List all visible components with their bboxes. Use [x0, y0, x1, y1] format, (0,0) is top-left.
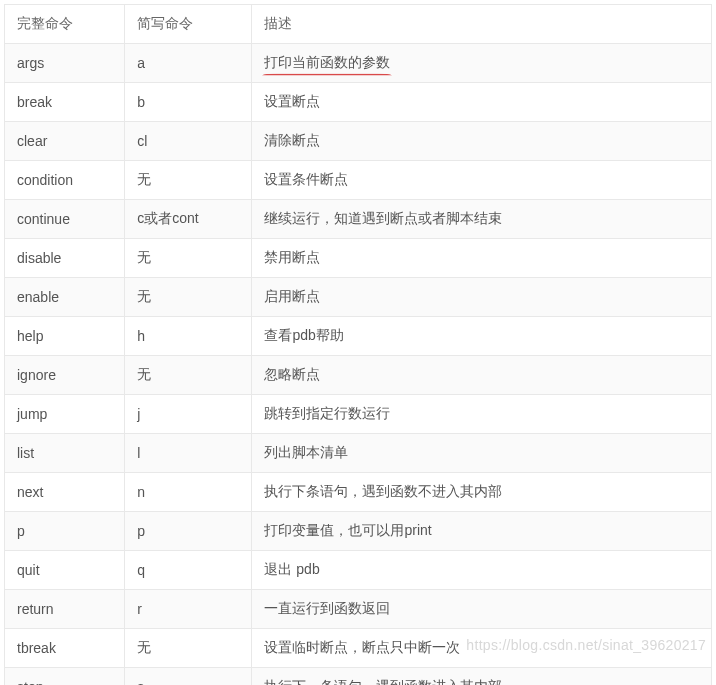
cell-full-command: enable — [5, 278, 125, 317]
cell-short-command: l — [125, 434, 252, 473]
cell-description: 执行下一条语句，遇到函数进入其内部 — [252, 668, 712, 686]
cell-short-command: n — [125, 473, 252, 512]
cell-full-command: help — [5, 317, 125, 356]
cell-full-command: next — [5, 473, 125, 512]
cell-description: 查看pdb帮助 — [252, 317, 712, 356]
cell-description: 设置临时断点，断点只中断一次 — [252, 629, 712, 668]
cell-short-command: s — [125, 668, 252, 686]
cell-short-command: 无 — [125, 161, 252, 200]
cell-full-command: break — [5, 83, 125, 122]
pdb-command-table: 完整命令 简写命令 描述 argsa打印当前函数的参数breakb设置断点cle… — [4, 4, 712, 685]
cell-full-command: step — [5, 668, 125, 686]
cell-full-command: args — [5, 44, 125, 83]
cell-short-command: p — [125, 512, 252, 551]
cell-description: 忽略断点 — [252, 356, 712, 395]
cell-short-command: 无 — [125, 278, 252, 317]
cell-full-command: condition — [5, 161, 125, 200]
table-row: returnr一直运行到函数返回 — [5, 590, 712, 629]
header-description: 描述 — [252, 5, 712, 44]
cell-full-command: jump — [5, 395, 125, 434]
cell-short-command: c或者cont — [125, 200, 252, 239]
cell-description: 清除断点 — [252, 122, 712, 161]
cell-short-command: 无 — [125, 356, 252, 395]
table-row: condition无设置条件断点 — [5, 161, 712, 200]
cell-description: 打印变量值，也可以用print — [252, 512, 712, 551]
cell-short-command: q — [125, 551, 252, 590]
cell-description: 退出 pdb — [252, 551, 712, 590]
cell-short-command: cl — [125, 122, 252, 161]
cell-short-command: 无 — [125, 239, 252, 278]
cell-description: 继续运行，知道遇到断点或者脚本结束 — [252, 200, 712, 239]
cell-description: 启用断点 — [252, 278, 712, 317]
table-row: enable无启用断点 — [5, 278, 712, 317]
cell-description: 设置条件断点 — [252, 161, 712, 200]
cell-full-command: list — [5, 434, 125, 473]
header-row: 完整命令 简写命令 描述 — [5, 5, 712, 44]
table-row: listl列出脚本清单 — [5, 434, 712, 473]
table-row: nextn执行下条语句，遇到函数不进入其内部 — [5, 473, 712, 512]
cell-short-command: 无 — [125, 629, 252, 668]
table-row: argsa打印当前函数的参数 — [5, 44, 712, 83]
cell-short-command: a — [125, 44, 252, 83]
table-row: pp打印变量值，也可以用print — [5, 512, 712, 551]
header-full-command: 完整命令 — [5, 5, 125, 44]
cell-short-command: h — [125, 317, 252, 356]
table-row: quitq退出 pdb — [5, 551, 712, 590]
table-row: continuec或者cont继续运行，知道遇到断点或者脚本结束 — [5, 200, 712, 239]
table-row: helph查看pdb帮助 — [5, 317, 712, 356]
cell-description: 列出脚本清单 — [252, 434, 712, 473]
cell-description: 禁用断点 — [252, 239, 712, 278]
table-row: clearcl清除断点 — [5, 122, 712, 161]
cell-short-command: j — [125, 395, 252, 434]
cell-description: 一直运行到函数返回 — [252, 590, 712, 629]
cell-short-command: b — [125, 83, 252, 122]
table-row: steps执行下一条语句，遇到函数进入其内部 — [5, 668, 712, 686]
cell-full-command: continue — [5, 200, 125, 239]
table-row: ignore无忽略断点 — [5, 356, 712, 395]
cell-description: 打印当前函数的参数 — [252, 44, 712, 83]
cell-full-command: ignore — [5, 356, 125, 395]
table-row: disable无禁用断点 — [5, 239, 712, 278]
cell-full-command: quit — [5, 551, 125, 590]
cell-short-command: r — [125, 590, 252, 629]
cell-full-command: return — [5, 590, 125, 629]
cell-description: 跳转到指定行数运行 — [252, 395, 712, 434]
cell-full-command: tbreak — [5, 629, 125, 668]
table-row: breakb设置断点 — [5, 83, 712, 122]
cell-full-command: clear — [5, 122, 125, 161]
highlighted-text: 打印当前函数的参数 — [264, 54, 390, 72]
header-short-command: 简写命令 — [125, 5, 252, 44]
cell-description: 设置断点 — [252, 83, 712, 122]
cell-description: 执行下条语句，遇到函数不进入其内部 — [252, 473, 712, 512]
cell-full-command: p — [5, 512, 125, 551]
table-row: jumpj跳转到指定行数运行 — [5, 395, 712, 434]
table-row: tbreak无设置临时断点，断点只中断一次 — [5, 629, 712, 668]
cell-full-command: disable — [5, 239, 125, 278]
